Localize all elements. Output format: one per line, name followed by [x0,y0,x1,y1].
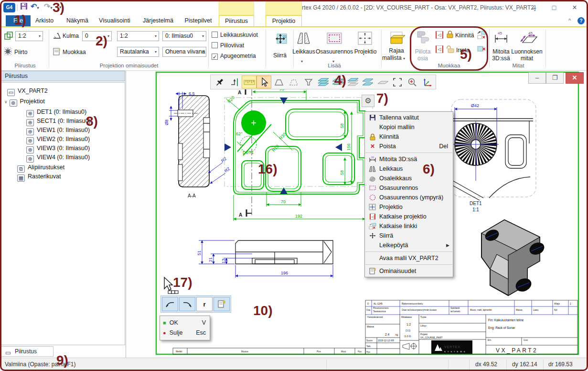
chevron-down-icon[interactable]: ▾ [301,56,303,65]
menu-item-poista[interactable]: ✕ Poista Del [365,142,453,151]
sidebar-footer-tab[interactable]: ▭Piirustus [1,346,53,357]
menu-arkisto[interactable]: Arkisto [34,15,54,26]
maximize-button[interactable]: □ [547,3,561,12]
help-button[interactable]: ? [577,17,585,24]
undo-button[interactable]: ↶▾ [31,2,39,11]
menu-item-kopioi-malliin[interactable]: Kopioi malliin [365,122,453,132]
checkbox-piiloviivat[interactable]: Piiloviivat [212,42,244,49]
axes-button[interactable] [419,76,434,88]
select-area-icon [392,77,403,87]
esitystapa-select[interactable]: Rautalanka▾ [117,47,159,57]
layers-all-button[interactable] [316,76,331,88]
layers-pair-button[interactable] [360,76,375,88]
siirra-button[interactable]: Siirrä [267,52,292,59]
redo-button[interactable]: ↷▾ [44,2,52,11]
menu-item-tallenna-valitut[interactable]: Tallenna valitut [365,113,453,122]
checkbox-leikkauskuviot[interactable]: Leikkauskuviot [212,32,258,38]
tab-projektio[interactable]: Projektio [266,15,302,26]
menu-item-osasuurennos[interactable]: Osasuurennos [365,183,453,193]
svg-text:Massa: Massa [516,309,523,311]
mitoita-3d-button[interactable]: Mitoita [490,48,512,55]
menu-item-katkaise-projektio[interactable]: ◁ Katkaise projektio [365,212,453,221]
tree-item-rasterikuvat[interactable]: ▦Rasterikuvat [17,172,61,181]
svg-text:AL-1245: AL-1245 [374,302,383,305]
checkbox-apugeometria[interactable]: ✓Apugeometria [212,53,256,60]
pin-button[interactable] [212,76,227,88]
luonnoksen-mitat-button[interactable]: Luonnoksen [510,48,544,55]
window-title: Vertex G4 2020 / 26.0.02 - [2D: VX_COURS… [295,4,535,11]
menu-visualisointi[interactable]: Visualisointi [98,15,131,26]
menu-nakyma[interactable]: Näkymä [66,15,89,26]
menu-item-ominaisuudet[interactable]: Ominaisuudet [365,266,453,276]
menu-item-leikepoyta[interactable]: Leikepöytä ▶ [365,240,453,250]
menu-item-osaleikkaus[interactable]: Osaleikkaus [365,174,453,183]
tree-item-root[interactable]: ▭VX_PART2 [7,87,48,95]
viivatyyppi-select[interactable]: Ohuena viivana▾ [162,47,206,57]
menu-item-leikkaus[interactable]: Leikkaus [365,164,453,174]
mdi-minimize-button[interactable]: – [528,72,546,84]
polygon-button[interactable] [271,76,286,88]
tree-item-sect1[interactable]: ⊕SECT1 (0: Ilmiasu0) [26,117,91,125]
chevron-expanded-icon[interactable]: ∨ [4,99,8,104]
svg-text:2019-12-13 KR: 2019-12-13 KR [378,339,394,342]
close-button[interactable]: × [567,3,582,12]
tree-item-projektiot[interactable]: ∨⊕Projektiot [4,97,45,106]
luonnoksen-mitat-button-line2[interactable]: mitat [510,55,544,62]
drawing-scale-select[interactable]: 1:2▾ [15,31,43,41]
ilmiasu-select[interactable]: 0: Ilmiasu0▾ [162,31,206,41]
menu-jarjestelma[interactable]: Järjestelmä [142,15,174,26]
svg-text:(1:1): (1:1) [406,329,411,332]
mdi-close-button[interactable]: ✕ [566,72,584,84]
tree-item-det1[interactable]: ⊕DET1 (0: Ilmiasu0) [26,108,86,116]
mdi-restore-button[interactable]: ❐ [546,72,564,84]
select-area-button[interactable] [390,76,405,88]
rajaa-mallista-button[interactable]: Rajaa [383,47,410,54]
menu-item-avaa-malli[interactable]: Avaa malli VX_PART2 [365,253,453,263]
layer-single-button[interactable] [375,76,390,88]
divider [489,29,490,67]
arc-left-button[interactable] [162,297,178,311]
muokkaa-button[interactable]: Muokkaa [63,49,86,55]
menu-pistepilvet[interactable]: Pistepilvet [184,15,212,26]
lisaa-projektio-button[interactable]: Projektio [353,48,378,55]
menu-item-siirra[interactable]: Siirrä [365,231,453,240]
filter-button[interactable] [301,76,316,88]
osasuurennos-button[interactable]: Osasuurennos [315,48,353,55]
tree-item-view4[interactable]: ⊕VIEW4 (0: Ilmiasu0) [26,153,90,162]
offset-measure-button[interactable] [227,76,242,88]
menu-item-kiinnita[interactable]: Kiinnitä [365,132,453,142]
menu-item-osasuurennos-ympyra[interactable]: Osasuurennos (ympyrä) [365,193,453,202]
save-button[interactable] [20,2,28,11]
menu-item-mitoita-3d[interactable]: 10 Mitoita 3D:ssä [365,154,453,164]
divider [448,360,449,370]
view-settings-gear-button[interactable]: ⚙ [362,95,374,107]
select-cursor-button[interactable] [257,76,271,88]
minimize-button[interactable]: – [527,3,541,12]
tree-item-view2[interactable]: ⊕VIEW2 (0: Ilmiasu0) [26,135,90,143]
menu-item-katkaise-linkki[interactable]: ✕ Katkaise linkki [365,221,453,231]
rajaa-mallista-button-line2[interactable]: mallista ▾ [380,55,407,61]
mitoita-3d-button-line2[interactable]: 3D:ssä [490,55,512,62]
ruler-button[interactable] [242,76,257,88]
leikkaus-button[interactable]: Leikkaus [291,48,316,55]
tree-item-alipiirustukset[interactable]: ⧉Alipiirustukset [17,163,64,172]
zoom-button[interactable] [405,76,419,88]
tree-item-view1[interactable]: ⊕VIEW1 (0: Ilmiasu0) [26,126,90,134]
close-option[interactable]: ●SuljeEsc [163,328,207,338]
view-icon: ⊕ [26,119,34,126]
view-icon: ⊕ [26,137,34,144]
layers-toggle-button[interactable] [345,76,360,88]
tree-item-view3[interactable]: ⊕VIEW3 (0: Ilmiasu0) [26,144,90,153]
menu-item-projektio[interactable]: Projektio [365,202,453,212]
svg-text:Projekti: Projekti [420,333,428,336]
projection-scale-select[interactable]: 1:2▾ [117,31,159,41]
ok-option[interactable]: ■OKV [163,318,207,328]
collapse-ribbon-button[interactable]: ^ [568,18,571,23]
piirto-button[interactable]: Piirto [14,49,27,55]
tab-piirustus[interactable]: Piirustus [219,15,254,26]
radius-button[interactable]: r [196,297,213,311]
app-logo-icon[interactable]: G4 [3,3,15,12]
properties-button[interactable] [214,297,230,311]
arc-right-button[interactable] [179,297,195,311]
polygon-dashed-button[interactable] [286,76,301,88]
